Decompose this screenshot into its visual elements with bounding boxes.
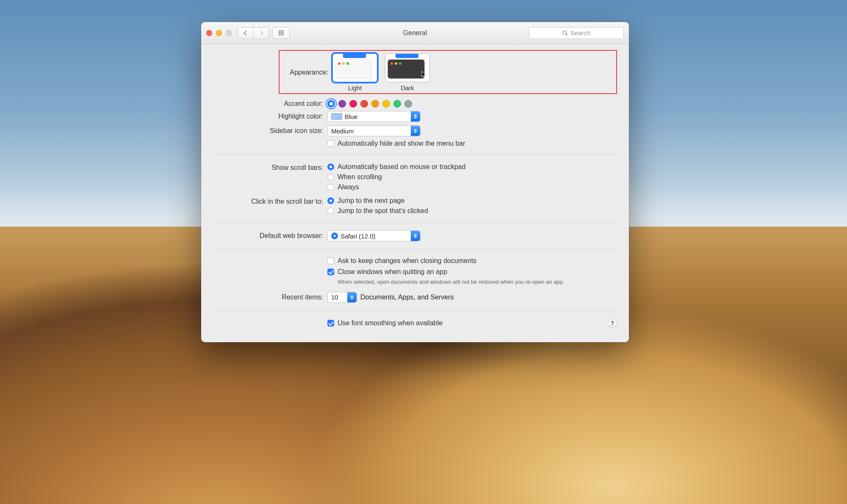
preferences-window: General Search Appearance: Light xyxy=(201,22,629,342)
scrollclick-option-next[interactable]: Jump to the next page xyxy=(327,197,428,205)
close-windows-note: When selected, open documents and window… xyxy=(338,278,565,286)
browser-select[interactable]: Safari (12.0) xyxy=(327,230,421,241)
checkbox-icon xyxy=(327,140,334,147)
highlight-label: Highlight color: xyxy=(213,113,327,120)
cursor-icon xyxy=(421,71,427,78)
appearance-label: Appearance: xyxy=(284,69,332,76)
minimize-icon[interactable] xyxy=(216,30,222,36)
radio-icon xyxy=(327,174,334,180)
help-button[interactable]: ? xyxy=(608,318,617,328)
appearance-light-thumb xyxy=(332,53,377,82)
content: Appearance: Light Dark xyxy=(201,44,629,342)
recent-label: Recent items: xyxy=(213,294,327,301)
appearance-dark-thumb xyxy=(385,53,430,82)
nav-segmented xyxy=(238,27,269,39)
accent-swatch-yellow[interactable] xyxy=(382,100,390,108)
grid-icon xyxy=(278,30,284,36)
search-field[interactable]: Search xyxy=(529,27,624,39)
browser-value: Safari (12.0) xyxy=(340,233,376,240)
radio-icon xyxy=(327,184,334,191)
svg-rect-4 xyxy=(280,32,282,33)
window-controls xyxy=(206,30,232,36)
search-placeholder: Search xyxy=(570,29,591,36)
svg-rect-0 xyxy=(279,30,280,31)
recent-value: 10 xyxy=(331,294,338,301)
appearance-light-caption: Light xyxy=(332,84,377,91)
radio-icon xyxy=(327,163,334,170)
accent-swatch-blue[interactable] xyxy=(327,100,335,108)
ask-keep-option[interactable]: Ask to keep changes when closing documen… xyxy=(327,257,476,265)
recent-select[interactable]: 10 xyxy=(327,292,357,303)
divider xyxy=(213,310,617,311)
show-all-button[interactable] xyxy=(273,28,290,39)
accent-swatch-orange[interactable] xyxy=(371,100,379,108)
scrollclick-label: Click in the scroll bar to: xyxy=(213,197,327,205)
svg-rect-3 xyxy=(279,32,280,33)
titlebar: General Search xyxy=(201,22,629,44)
radio-icon xyxy=(327,197,334,204)
accent-swatch-pink[interactable] xyxy=(349,100,357,108)
browser-label: Default web browser: xyxy=(213,232,327,240)
svg-rect-1 xyxy=(280,30,282,31)
help-icon: ? xyxy=(611,320,614,327)
stepper-icon xyxy=(411,231,420,241)
divider xyxy=(213,155,617,155)
show-all-button-group xyxy=(272,27,290,39)
svg-rect-8 xyxy=(282,34,284,35)
sidebar-size-value: Medium xyxy=(331,127,354,135)
divider xyxy=(213,222,617,223)
appearance-dark-caption: Dark xyxy=(385,84,430,91)
scrollclick-option-spot[interactable]: Jump to the spot that's clicked xyxy=(327,207,428,215)
scrollbars-option-always[interactable]: Always xyxy=(327,183,465,191)
svg-rect-2 xyxy=(282,30,284,31)
scrollbars-label: Show scroll bars: xyxy=(213,163,327,172)
appearance-option-light[interactable]: Light xyxy=(332,53,377,91)
safari-icon xyxy=(331,233,338,239)
radio-icon xyxy=(327,208,334,214)
maximize-icon xyxy=(226,30,232,36)
accent-swatch-purple[interactable] xyxy=(338,100,346,108)
menubar-autohide-option[interactable]: Automatically hide and show the menu bar xyxy=(327,140,465,147)
sidebar-size-select[interactable]: Medium xyxy=(327,125,421,136)
svg-rect-5 xyxy=(282,32,284,33)
svg-rect-7 xyxy=(280,34,282,35)
accent-swatch-red[interactable] xyxy=(360,100,368,108)
appearance-highlight-box: Appearance: Light Dark xyxy=(279,50,617,94)
svg-line-10 xyxy=(566,34,567,36)
close-windows-option[interactable]: Close windows when quitting an app xyxy=(327,268,565,276)
sidebar-label: Sidebar icon size: xyxy=(213,127,327,135)
forward-button[interactable] xyxy=(253,28,268,39)
stepper-icon xyxy=(347,292,357,302)
divider xyxy=(213,249,617,249)
back-button[interactable] xyxy=(238,28,253,39)
highlight-value: Blue xyxy=(345,113,357,120)
checkbox-icon xyxy=(327,258,334,264)
checkbox-icon xyxy=(327,269,334,275)
stepper-icon xyxy=(411,126,420,136)
close-icon[interactable] xyxy=(206,30,212,36)
recent-suffix: Documents, Apps, and Servers xyxy=(360,294,454,301)
search-icon xyxy=(562,30,568,36)
accent-swatches xyxy=(327,100,412,108)
highlight-swatch-icon xyxy=(331,113,342,120)
svg-point-9 xyxy=(562,30,566,34)
accent-label: Accent color: xyxy=(213,100,327,108)
accent-swatch-green[interactable] xyxy=(393,100,401,108)
highlight-select[interactable]: Blue xyxy=(327,111,421,122)
scrollbars-option-auto[interactable]: Automatically based on mouse or trackpad xyxy=(327,163,465,171)
desktop-wallpaper: General Search Appearance: Light xyxy=(0,0,847,504)
checkbox-icon xyxy=(327,320,334,327)
stepper-icon xyxy=(411,111,420,122)
scrollbars-option-scrolling[interactable]: When scrolling xyxy=(327,173,465,181)
svg-rect-6 xyxy=(279,34,280,35)
appearance-option-dark[interactable]: Dark xyxy=(385,53,430,91)
font-smoothing-option[interactable]: Use font smoothing when available xyxy=(327,319,443,327)
menubar-autohide-label: Automatically hide and show the menu bar xyxy=(338,140,465,147)
accent-swatch-gray[interactable] xyxy=(404,100,412,108)
